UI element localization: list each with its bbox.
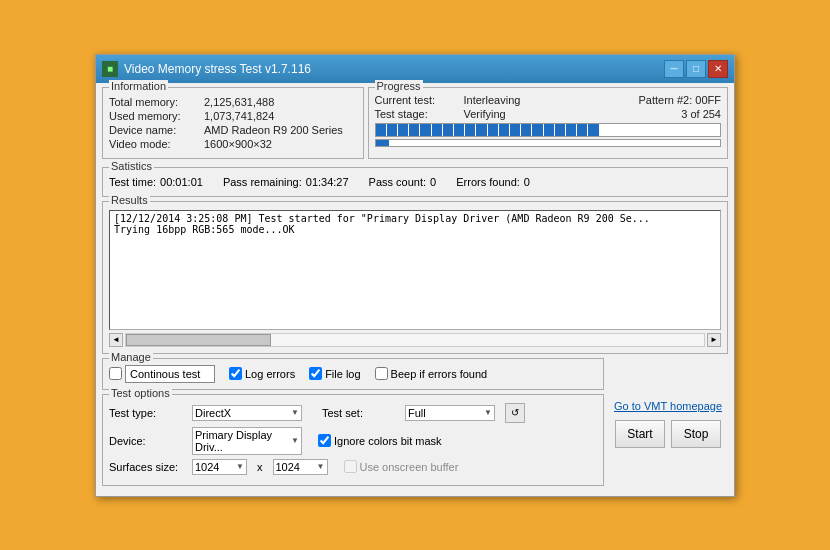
device-value: Primary Display Driv... bbox=[195, 429, 287, 453]
test-set-label: Test set: bbox=[322, 407, 397, 419]
pass-count-value: 0 bbox=[430, 176, 436, 188]
window-controls: ─ □ ✕ bbox=[664, 60, 728, 78]
statistics-title: Satistics bbox=[109, 160, 154, 172]
surface-h-arrow: ▼ bbox=[317, 462, 325, 471]
bottom-left: Manage Log errors File log bbox=[102, 358, 604, 490]
progress-bar-small bbox=[375, 139, 722, 147]
surfaces-label: Surfaces size: bbox=[109, 461, 184, 473]
file-log-checkbox[interactable] bbox=[309, 367, 322, 380]
homepage-link[interactable]: Go to VMT homepage bbox=[614, 400, 722, 412]
pass-remaining-label: Pass remaining: bbox=[223, 176, 302, 188]
manage-row: Log errors File log Beep if errors found bbox=[109, 361, 597, 383]
test-options-inner: Test type: DirectX ▼ Test set: Full ▼ ↺ bbox=[109, 397, 597, 475]
test-type-row: Test type: DirectX ▼ Test set: Full ▼ ↺ bbox=[109, 403, 597, 423]
pass-remaining-stat: Pass remaining: 01:34:27 bbox=[223, 176, 349, 188]
scroll-right-button[interactable]: ► bbox=[707, 333, 721, 347]
test-options-title: Test options bbox=[109, 387, 172, 399]
close-button[interactable]: ✕ bbox=[708, 60, 728, 78]
used-memory-row: Used memory: 1,073,741,824 bbox=[109, 110, 357, 122]
manage-title: Manage bbox=[109, 351, 153, 363]
current-test-value: Interleaving bbox=[464, 94, 521, 106]
surface-w-dropdown[interactable]: 1024 ▼ bbox=[192, 459, 247, 475]
file-log-item: File log bbox=[309, 367, 360, 380]
test-set-dropdown[interactable]: Full ▼ bbox=[405, 405, 495, 421]
start-button[interactable]: Start bbox=[615, 420, 665, 448]
surface-w-value: 1024 bbox=[195, 461, 219, 473]
beep-item: Beep if errors found bbox=[375, 367, 488, 380]
log-errors-label: Log errors bbox=[245, 368, 295, 380]
main-window: ■ Video Memory stress Test v1.7.116 ─ □ … bbox=[95, 54, 735, 497]
results-title: Results bbox=[109, 194, 150, 206]
test-time-label: Test time: bbox=[109, 176, 156, 188]
video-mode-row: Video mode: 1600×900×32 bbox=[109, 138, 357, 150]
window-title: Video Memory stress Test v1.7.116 bbox=[124, 62, 311, 76]
errors-found-value: 0 bbox=[524, 176, 530, 188]
scroll-left-button[interactable]: ◄ bbox=[109, 333, 123, 347]
errors-found-label: Errors found: bbox=[456, 176, 520, 188]
test-type-dropdown[interactable]: DirectX ▼ bbox=[192, 405, 302, 421]
test-stage-label: Test stage: bbox=[375, 108, 460, 120]
use-onscreen-checkbox[interactable] bbox=[344, 460, 357, 473]
device-row: Device: Primary Display Driv... ▼ Ignore… bbox=[109, 427, 597, 455]
surface-h-value: 1024 bbox=[276, 461, 300, 473]
used-memory-value: 1,073,741,824 bbox=[204, 110, 274, 122]
window-content: Information Total memory: 2,125,631,488 … bbox=[96, 83, 734, 496]
information-title: Information bbox=[109, 80, 168, 92]
device-name-value: AMD Radeon R9 200 Series bbox=[204, 124, 343, 136]
continuous-test-checkbox[interactable] bbox=[109, 367, 122, 380]
test-type-value: DirectX bbox=[195, 407, 231, 419]
app-icon: ■ bbox=[102, 61, 118, 77]
ignore-colors-checkbox[interactable] bbox=[318, 434, 331, 447]
results-textarea[interactable]: [12/12/2014 3:25:08 PM] Test started for… bbox=[109, 210, 721, 330]
test-stage-value: Verifying bbox=[464, 108, 506, 120]
total-memory-row: Total memory: 2,125,631,488 bbox=[109, 96, 357, 108]
test-set-value: Full bbox=[408, 407, 426, 419]
test-time-stat: Test time: 00:01:01 bbox=[109, 176, 203, 188]
test-type-arrow: ▼ bbox=[291, 408, 299, 417]
video-mode-label: Video mode: bbox=[109, 138, 204, 150]
progress-bar-fill bbox=[376, 124, 600, 136]
device-dropdown[interactable]: Primary Display Driv... ▼ bbox=[192, 427, 302, 455]
surface-h-dropdown[interactable]: 1024 ▼ bbox=[273, 459, 328, 475]
surfaces-row: Surfaces size: 1024 ▼ x 1024 ▼ bbox=[109, 459, 597, 475]
beep-label: Beep if errors found bbox=[391, 368, 488, 380]
use-onscreen-item: Use onscreen buffer bbox=[344, 460, 459, 473]
total-memory-value: 2,125,631,488 bbox=[204, 96, 274, 108]
progress-title: Progress bbox=[375, 80, 423, 92]
test-time-value: 00:01:01 bbox=[160, 176, 203, 188]
refresh-button[interactable]: ↺ bbox=[505, 403, 525, 423]
log-errors-item: Log errors bbox=[229, 367, 295, 380]
use-onscreen-label: Use onscreen buffer bbox=[360, 461, 459, 473]
surface-x-label: x bbox=[257, 461, 263, 473]
title-bar-left: ■ Video Memory stress Test v1.7.116 bbox=[102, 61, 311, 77]
ignore-colors-label: Ignore colors bit mask bbox=[334, 435, 442, 447]
continuous-test-item bbox=[109, 365, 215, 383]
title-bar: ■ Video Memory stress Test v1.7.116 ─ □ … bbox=[96, 55, 734, 83]
horizontal-scrollbar[interactable] bbox=[125, 333, 705, 347]
video-mode-value: 1600×900×32 bbox=[204, 138, 272, 150]
device-name-label: Device name: bbox=[109, 124, 204, 136]
total-memory-label: Total memory: bbox=[109, 96, 204, 108]
action-buttons: Start Stop bbox=[615, 420, 721, 448]
current-test-row: Current test: Interleaving Pattern #2: 0… bbox=[375, 94, 722, 106]
stop-button[interactable]: Stop bbox=[671, 420, 721, 448]
minimize-button[interactable]: ─ bbox=[664, 60, 684, 78]
current-test-label: Current test: bbox=[375, 94, 460, 106]
beep-checkbox[interactable] bbox=[375, 367, 388, 380]
maximize-button[interactable]: □ bbox=[686, 60, 706, 78]
test-options-panel: Test options Test type: DirectX ▼ Test s… bbox=[102, 394, 604, 486]
used-memory-label: Used memory: bbox=[109, 110, 204, 122]
ignore-colors-item: Ignore colors bit mask bbox=[318, 434, 442, 447]
device-label: Device: bbox=[109, 435, 184, 447]
pattern-label: Pattern #2: 00FF bbox=[638, 94, 721, 106]
results-panel: Results [12/12/2014 3:25:08 PM] Test sta… bbox=[102, 201, 728, 354]
log-errors-checkbox[interactable] bbox=[229, 367, 242, 380]
device-arrow: ▼ bbox=[291, 436, 299, 445]
bottom-section: Manage Log errors File log bbox=[102, 358, 728, 490]
pass-remaining-value: 01:34:27 bbox=[306, 176, 349, 188]
continuous-test-input[interactable] bbox=[125, 365, 215, 383]
progress-panel: Progress Current test: Interleaving Patt… bbox=[368, 87, 729, 159]
pass-count-label: Pass count: bbox=[369, 176, 426, 188]
top-panels: Information Total memory: 2,125,631,488 … bbox=[102, 87, 728, 163]
statistics-panel: Satistics Test time: 00:01:01 Pass remai… bbox=[102, 167, 728, 197]
